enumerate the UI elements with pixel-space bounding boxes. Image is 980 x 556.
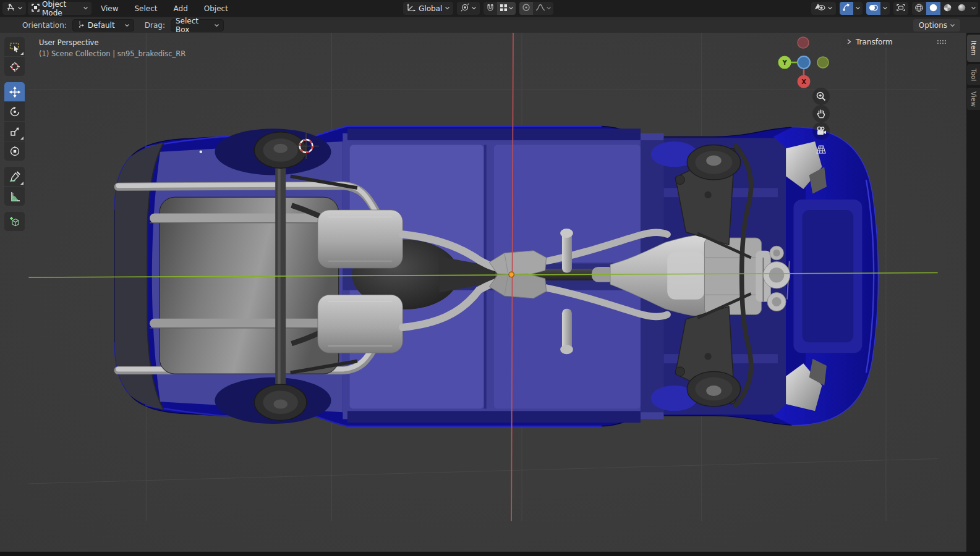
engine[interactable] — [704, 238, 790, 314]
gizmo-z-ball[interactable] — [798, 56, 810, 69]
tool-cursor[interactable] — [4, 57, 25, 76]
tool-scale[interactable] — [4, 122, 25, 141]
sidebar-tab-column: Item Tool View — [966, 33, 980, 552]
gizmos-dropdown[interactable] — [853, 2, 863, 15]
collection-breadcrumb: (1) Scene Collection | sn95_brakedisc_RR — [39, 48, 185, 59]
solid-sphere-icon — [929, 3, 938, 14]
overlays-toggle[interactable] — [866, 2, 880, 15]
transform-panel-header[interactable]: Transform — [842, 35, 951, 48]
shading-dropdown[interactable] — [969, 2, 978, 15]
toolbar — [4, 37, 25, 237]
menu-select[interactable]: Select — [126, 4, 165, 13]
panel-drag-grip[interactable] — [937, 40, 946, 44]
tool-rotate[interactable] — [4, 102, 25, 121]
shading-wireframe[interactable] — [912, 2, 926, 15]
window-bottom-edge — [0, 552, 980, 556]
shading-material[interactable] — [940, 2, 955, 15]
mode-dropdown[interactable]: Object Mode — [28, 2, 92, 15]
falloff-curve-icon — [535, 4, 545, 13]
rendered-sphere-icon — [957, 3, 966, 14]
header-right-cluster — [811, 2, 978, 15]
zoom-button[interactable] — [812, 88, 830, 105]
chevron-down-icon — [472, 7, 476, 10]
tool-settings-left: Orientation: Default Drag: Select Box — [22, 19, 224, 32]
pan-button[interactable] — [812, 105, 830, 122]
tool-add-cube[interactable] — [4, 212, 25, 231]
header-bar: Object Mode View Select Add Object Globa… — [0, 0, 980, 17]
chevron-down-icon — [125, 24, 129, 27]
chevron-down-icon — [445, 7, 450, 10]
zoom-icon — [816, 91, 827, 102]
visibility-eye-icon — [815, 4, 825, 14]
orientation-value: Global — [419, 4, 442, 13]
falloff-dropdown[interactable] — [533, 2, 553, 15]
chevron-down-icon — [83, 7, 88, 10]
object-visibility-dropdown[interactable] — [811, 2, 836, 15]
muffler-bottom[interactable] — [318, 295, 403, 353]
axis-gizmo[interactable]: Y X — [778, 37, 829, 88]
snap-toggle[interactable] — [484, 2, 497, 15]
viewport-info-text: User Perspective (1) Scene Collection | … — [39, 37, 185, 59]
pivot-point-dropdown[interactable] — [457, 2, 480, 15]
gizmo-x-label: X — [801, 78, 806, 85]
gizmo-neg-y-ball[interactable] — [817, 57, 829, 68]
chevron-down-icon — [883, 7, 887, 10]
overlays-icon — [869, 4, 878, 14]
options-dropdown[interactable]: Options — [913, 19, 960, 32]
navigation-gizmo[interactable]: Y X — [774, 33, 833, 95]
tab-item[interactable]: Item — [967, 35, 980, 62]
xray-toggle[interactable] — [893, 2, 908, 15]
xray-icon — [897, 4, 905, 14]
editor-type-dropdown[interactable] — [2, 2, 26, 15]
gizmos-group — [840, 2, 863, 15]
tool-select-box[interactable] — [4, 37, 25, 56]
orientation-axes-icon — [407, 4, 415, 14]
3d-viewport[interactable]: User Perspective (1) Scene Collection | … — [0, 33, 966, 552]
shading-rendered[interactable] — [955, 2, 969, 15]
muffler-top[interactable] — [318, 210, 403, 268]
overlays-dropdown[interactable] — [880, 2, 890, 15]
tank-strap — [150, 319, 337, 328]
tab-view[interactable]: View — [967, 88, 980, 110]
menu-object[interactable]: Object — [196, 4, 236, 13]
menu-view[interactable]: View — [93, 4, 126, 13]
orientation-dropdown[interactable]: Global — [403, 2, 453, 15]
tool-move[interactable] — [4, 82, 25, 101]
proportional-toggle[interactable] — [519, 2, 533, 15]
camera-view-button[interactable] — [812, 122, 830, 140]
fuel-tank[interactable] — [150, 197, 339, 374]
object-origin-dot[interactable] — [509, 272, 514, 277]
snap-increment-icon — [500, 4, 508, 14]
camera-view-icon — [816, 125, 827, 137]
shading-mode-group — [912, 2, 978, 15]
gizmo-neg-x-ball[interactable] — [798, 37, 809, 48]
tool-annotate[interactable] — [4, 167, 25, 186]
proportional-edit-group — [519, 2, 553, 15]
chevron-down-icon — [215, 24, 219, 27]
chevron-down-icon — [547, 7, 551, 10]
panel-collapse-chevron — [847, 39, 851, 44]
menu-add[interactable]: Add — [166, 4, 196, 13]
view-label: User Perspective — [39, 37, 185, 48]
header-center-cluster: Global — [403, 2, 553, 15]
shading-solid[interactable] — [926, 2, 940, 15]
drag-select[interactable]: Select Box — [171, 19, 224, 32]
tool-measure[interactable] — [4, 187, 25, 206]
tank-strap — [150, 214, 337, 223]
chevron-down-icon — [856, 7, 860, 10]
chevron-down-icon — [509, 7, 513, 10]
pan-hand-icon — [816, 108, 827, 119]
perspective-toggle-button[interactable] — [812, 141, 830, 158]
pivot-point-icon — [461, 3, 469, 14]
tab-tool[interactable]: Tool — [967, 64, 980, 85]
snap-target-dropdown[interactable] — [497, 2, 516, 15]
3d-viewport-editor-icon — [6, 3, 15, 14]
wireframe-sphere-icon — [914, 3, 924, 14]
tool-transform[interactable] — [4, 141, 25, 161]
gizmos-toggle[interactable] — [840, 2, 853, 15]
overlays-group — [866, 2, 890, 15]
specular-highlight — [200, 151, 203, 154]
orientation-select[interactable]: Default — [72, 19, 134, 32]
mode-label: Object Mode — [42, 0, 81, 17]
object-mode-icon — [32, 4, 40, 14]
